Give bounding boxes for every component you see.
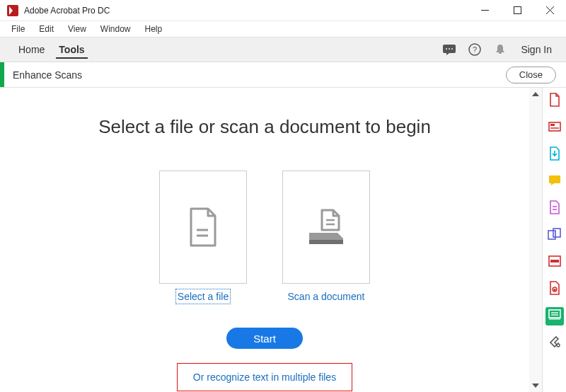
comment-icon <box>548 175 561 189</box>
speech-bubble-icon <box>442 44 456 55</box>
main-toolbar: Home Tools ? Sign In <box>0 37 566 62</box>
svg-marker-17 <box>532 92 539 96</box>
svg-point-36 <box>557 344 560 347</box>
page-headline: Select a file or scan a document to begi… <box>98 116 431 138</box>
redact-icon <box>548 255 561 270</box>
enhance-scans-icon <box>548 309 561 323</box>
organize-pages-icon <box>548 200 561 217</box>
svg-rect-19 <box>549 122 560 131</box>
menu-window[interactable]: Window <box>93 23 138 35</box>
rail-edit-pdf-button[interactable] <box>545 119 564 137</box>
rail-protect-button[interactable] <box>545 280 564 299</box>
menu-view[interactable]: View <box>61 23 93 35</box>
alt-link-highlight: Or recognize text in multiple files <box>177 363 352 391</box>
svg-marker-23 <box>551 183 554 185</box>
svg-rect-33 <box>549 318 560 320</box>
protect-icon <box>548 281 561 298</box>
window-titlebar: Adobe Acrobat Pro DC <box>0 0 566 21</box>
chevron-down-icon <box>532 384 539 388</box>
rail-redact-button[interactable] <box>545 253 564 272</box>
combine-files-icon <box>548 228 562 243</box>
select-file-label: Select a file <box>178 291 229 302</box>
create-pdf-icon <box>548 93 561 110</box>
minimize-icon <box>481 6 489 14</box>
svg-rect-16 <box>309 240 343 244</box>
rail-more-tools-button[interactable] <box>545 334 564 352</box>
scroll-up-button[interactable] <box>529 88 542 100</box>
right-rail <box>542 88 566 392</box>
svg-rect-31 <box>553 289 555 291</box>
main-content: Select a file or scan a document to begi… <box>0 88 529 392</box>
tool-title: Enhance Scans <box>4 69 82 81</box>
rail-enhance-scans-button[interactable] <box>545 307 564 325</box>
svg-rect-20 <box>550 124 555 126</box>
svg-text:?: ? <box>473 45 477 54</box>
rail-export-pdf-button[interactable] <box>545 146 564 164</box>
tool-subbar: Enhance Scans Close <box>0 62 566 88</box>
edit-pdf-icon <box>548 120 561 136</box>
svg-point-6 <box>446 48 447 50</box>
menu-edit[interactable]: Edit <box>32 23 61 35</box>
vertical-scrollbar[interactable] <box>529 88 542 392</box>
tab-tools[interactable]: Tools <box>52 38 91 62</box>
rail-organize-pages-button[interactable] <box>545 200 564 218</box>
close-icon <box>546 6 554 14</box>
notifications-button[interactable] <box>441 42 457 57</box>
bell-icon <box>495 43 506 56</box>
scan-document-label: Scan a document <box>288 291 365 302</box>
window-minimize-button[interactable] <box>468 0 501 21</box>
svg-point-7 <box>449 48 450 50</box>
sign-in-button[interactable]: Sign In <box>518 44 555 55</box>
start-button[interactable]: Start <box>226 328 303 349</box>
window-maximize-button[interactable] <box>501 0 533 21</box>
menubar: File Edit View Window Help <box>0 21 566 37</box>
rail-create-pdf-button[interactable] <box>545 92 564 110</box>
rail-comment-button[interactable] <box>545 173 564 191</box>
svg-rect-26 <box>548 231 555 239</box>
window-title: Adobe Acrobat Pro DC <box>24 6 110 16</box>
app-icon <box>7 5 18 16</box>
scroll-down-button[interactable] <box>529 379 542 392</box>
svg-rect-22 <box>549 175 560 183</box>
maximize-icon <box>514 6 521 14</box>
bell-button[interactable] <box>492 42 508 57</box>
window-close-button[interactable] <box>533 0 566 21</box>
select-file-option[interactable]: Select a file <box>159 171 247 302</box>
close-tool-button[interactable]: Close <box>506 67 556 83</box>
rail-combine-files-button[interactable] <box>545 226 564 245</box>
svg-rect-1 <box>514 7 521 14</box>
svg-marker-5 <box>446 53 449 55</box>
svg-point-8 <box>451 48 453 50</box>
svg-rect-11 <box>499 52 502 54</box>
svg-rect-32 <box>549 310 560 318</box>
chevron-up-icon <box>532 92 539 96</box>
svg-rect-27 <box>553 229 560 237</box>
select-file-thumb <box>159 171 247 284</box>
menu-file[interactable]: File <box>4 23 32 35</box>
help-button[interactable]: ? <box>467 42 483 57</box>
menu-help[interactable]: Help <box>138 23 170 35</box>
help-icon: ? <box>468 43 481 56</box>
scanner-icon <box>305 207 347 247</box>
recognize-multiple-link[interactable]: Or recognize text in multiple files <box>193 371 336 383</box>
more-tools-icon <box>548 335 561 351</box>
scan-document-thumb <box>282 171 370 284</box>
scan-document-option[interactable]: Scan a document <box>282 171 370 302</box>
svg-marker-18 <box>532 384 539 388</box>
export-pdf-icon <box>548 146 561 163</box>
options-row: Select a file Scan a document <box>159 171 370 302</box>
document-icon <box>187 207 219 247</box>
svg-rect-29 <box>550 260 559 263</box>
tab-home[interactable]: Home <box>11 38 52 62</box>
